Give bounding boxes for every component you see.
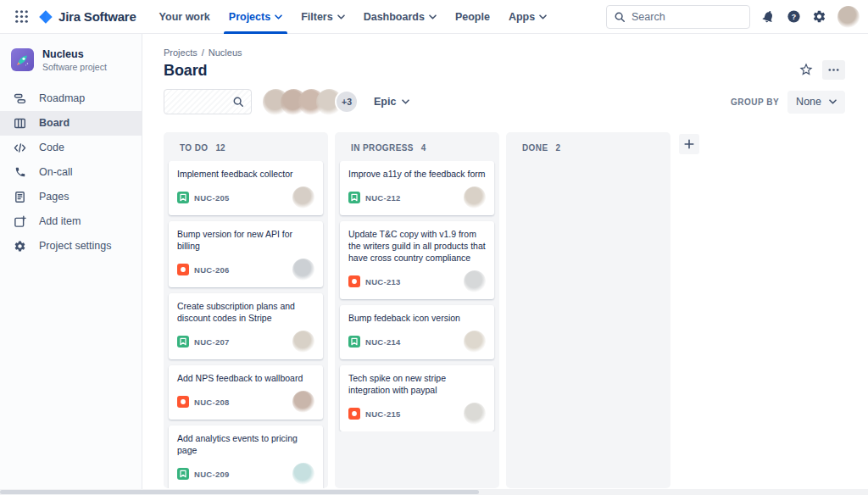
- bug-issue-type-icon: [177, 396, 189, 408]
- bug-issue-type-icon: [348, 275, 360, 287]
- issue-card[interactable]: Create subscription plans and discount c…: [169, 293, 323, 359]
- issue-key: NUC-212: [365, 193, 401, 203]
- issue-card[interactable]: Add analytics events to pricing pageNUC-…: [169, 425, 323, 488]
- user-avatar[interactable]: [837, 6, 860, 28]
- sidebar-item-pages[interactable]: Pages: [0, 185, 142, 209]
- sidebar-item-board[interactable]: Board: [0, 111, 142, 136]
- oncall-icon: [13, 166, 27, 178]
- board-search-field[interactable]: [164, 89, 252, 114]
- nav-item-filters[interactable]: Filters: [292, 0, 354, 34]
- issue-title: Create subscription plans and discount c…: [177, 300, 314, 324]
- issue-title: Add analytics events to pricing page: [177, 432, 314, 456]
- help-icon[interactable]: ?: [787, 9, 801, 24]
- issue-title: Tech spike on new stripe integration wit…: [348, 372, 486, 396]
- issue-key: NUC-214: [365, 337, 401, 347]
- nav-item-people[interactable]: People: [446, 0, 499, 34]
- board-main: Projects / Nucleus Board: [142, 34, 868, 495]
- nav-item-label: Your work: [159, 11, 210, 23]
- issue-key: NUC-205: [194, 193, 230, 203]
- chevron-down-icon: [829, 99, 837, 104]
- assignee-avatar[interactable]: [464, 331, 486, 353]
- assignee-avatar[interactable]: [292, 186, 314, 209]
- story-issue-type-icon: [348, 336, 360, 348]
- bug-issue-type-icon: [177, 264, 189, 275]
- story-issue-type-icon: [177, 336, 189, 348]
- nav-item-projects[interactable]: Projects: [220, 0, 292, 34]
- nav-item-dashboards[interactable]: Dashboards: [354, 0, 446, 34]
- issue-key: NUC-207: [194, 337, 230, 347]
- issue-key: NUC-206: [194, 265, 230, 275]
- group-by-dropdown[interactable]: None: [787, 91, 845, 114]
- assignee-avatar[interactable]: [464, 270, 486, 292]
- code-icon: [13, 142, 27, 154]
- sidebar-menu: RoadmapBoardCodeOn-callPagesAdd itemProj…: [0, 86, 142, 259]
- star-favorite-icon[interactable]: [796, 59, 816, 80]
- additem-icon: [13, 215, 27, 228]
- assignee-avatar[interactable]: [464, 403, 486, 425]
- jira-diamond-icon: [37, 8, 54, 25]
- sidebar-item-code[interactable]: Code: [0, 136, 142, 160]
- issue-card[interactable]: Improve a11y of the feedback formNUC-212: [340, 161, 494, 215]
- issue-title: Bump version for new API for billing: [177, 228, 314, 252]
- app-switcher-icon[interactable]: [10, 6, 32, 28]
- global-search[interactable]: [606, 5, 750, 29]
- avatar-overflow-badge[interactable]: +3: [335, 90, 359, 114]
- issue-card[interactable]: Update T&C copy with v1.9 from the write…: [340, 221, 494, 299]
- issue-card[interactable]: Add NPS feedback to wallboardNUC-208: [169, 365, 323, 420]
- settings-gear-icon[interactable]: [812, 9, 826, 24]
- sidebar-item-label: Roadmap: [39, 92, 85, 104]
- chevron-down-icon: [337, 14, 345, 19]
- issue-title: Add NPS feedback to wallboard: [177, 372, 314, 384]
- issue-title: Implement feedback collector: [177, 168, 314, 180]
- assignee-avatar[interactable]: [292, 331, 314, 353]
- search-icon: [614, 11, 626, 23]
- assignee-avatar[interactable]: [292, 463, 314, 485]
- assignee-avatar-group: +3: [263, 89, 359, 115]
- nav-item-your-work[interactable]: Your work: [150, 0, 220, 34]
- jira-logo[interactable]: Jira Software: [37, 8, 136, 25]
- sidebar-item-on-call[interactable]: On-call: [0, 160, 142, 185]
- project-type: Software project: [42, 62, 107, 72]
- sidebar-item-add-item[interactable]: Add item: [0, 209, 142, 234]
- assignee-avatar[interactable]: [292, 391, 314, 413]
- issue-card[interactable]: Implement feedback collectorNUC-205: [169, 161, 323, 215]
- kanban-board: TO DO12Implement feedback collectorNUC-2…: [164, 132, 845, 488]
- search-input[interactable]: [632, 11, 743, 23]
- issue-card[interactable]: Bump version for new API for billingNUC-…: [169, 221, 323, 287]
- issue-title: Update T&C copy with v1.9 from the write…: [348, 228, 486, 264]
- sidebar-item-label: Code: [39, 142, 64, 153]
- issue-card[interactable]: Bump fedeback icon versionNUC-214: [340, 305, 494, 359]
- issue-title: Improve a11y of the feedback form: [348, 168, 486, 180]
- column-title: IN PROGRESS: [351, 143, 414, 153]
- project-avatar-rocket-icon: [11, 48, 34, 71]
- sidebar-item-roadmap[interactable]: Roadmap: [0, 86, 142, 111]
- story-issue-type-icon: [177, 468, 189, 480]
- breadcrumb-nucleus-link[interactable]: Nucleus: [209, 47, 242, 58]
- horizontal-scrollbar[interactable]: [0, 489, 868, 495]
- add-column-button[interactable]: [679, 134, 699, 154]
- more-options-icon[interactable]: [822, 60, 845, 80]
- epic-filter-dropdown[interactable]: Epic: [374, 96, 409, 108]
- svg-text:?: ?: [792, 13, 796, 21]
- breadcrumb-separator: /: [202, 47, 204, 58]
- chevron-down-icon: [402, 99, 409, 104]
- bug-issue-type-icon: [348, 408, 360, 420]
- nav-item-label: Apps: [509, 11, 535, 23]
- assignee-avatar[interactable]: [292, 259, 314, 281]
- breadcrumb-projects-link[interactable]: Projects: [164, 47, 198, 58]
- assignee-avatar[interactable]: [464, 186, 486, 209]
- issue-key: NUC-215: [365, 409, 401, 419]
- nav-item-apps[interactable]: Apps: [499, 0, 556, 34]
- board-toolbar: +3 Epic GROUP BY None: [164, 88, 845, 115]
- notifications-bell-icon[interactable]: [761, 9, 776, 24]
- issue-title: Bump fedeback icon version: [348, 312, 486, 324]
- scrollbar-thumb[interactable]: [0, 490, 479, 494]
- issue-card[interactable]: Tech spike on new stripe integration wit…: [340, 365, 494, 431]
- chevron-down-icon: [275, 14, 282, 19]
- top-navigation-bar: Jira Software Your workProjectsFiltersDa…: [0, 0, 868, 34]
- board-column-in-progress: IN PROGRESS4Improve a11y of the feedback…: [335, 132, 499, 488]
- sidebar-item-project-settings[interactable]: Project settings: [0, 234, 142, 259]
- nav-item-label: Projects: [229, 11, 270, 23]
- project-header[interactable]: Nucleus Software project: [0, 48, 142, 72]
- group-by-label: GROUP BY: [731, 97, 779, 107]
